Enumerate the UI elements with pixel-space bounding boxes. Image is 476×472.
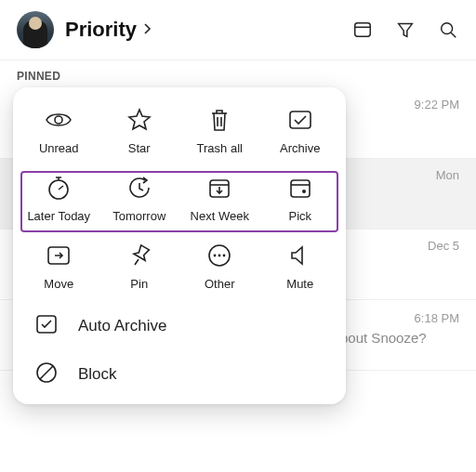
list-item-label: Block [78,365,117,384]
move-icon [46,244,72,270]
next-week-button[interactable]: Next Week [179,172,260,227]
action-label: Pin [130,277,148,291]
pick-button[interactable]: Pick [260,172,341,227]
action-label: Archive [280,141,320,155]
pin-icon [128,243,151,271]
calendar-dot-icon [288,176,312,203]
list-item-label: Auto Archive [78,317,166,335]
clock-forward-icon [126,175,152,204]
star-button[interactable]: Star [99,104,180,159]
action-label: Pick [288,209,311,223]
archive-header-icon[interactable] [351,19,374,41]
speaker-icon [288,243,312,271]
email-time: Dec 5 [428,239,459,253]
svg-point-11 [218,255,221,257]
stopwatch-icon [46,175,71,204]
action-label: Next Week [191,209,249,223]
auto-archive-icon [35,314,58,339]
star-icon [127,108,152,136]
archive-button[interactable]: Archive [260,104,341,159]
svg-point-12 [223,255,226,257]
svg-rect-3 [290,111,311,128]
folder-title-text: Priority [65,18,137,42]
action-label: Unread [39,141,79,155]
email-time: Mon [436,168,459,182]
svg-rect-6 [291,180,310,197]
action-label: Star [128,141,151,155]
tomorrow-button[interactable]: Tomorrow [99,172,180,227]
action-label: Later Today [27,209,90,223]
svg-rect-0 [355,23,371,37]
action-label: Mute [286,277,313,291]
later-today-button[interactable]: Later Today [19,172,99,227]
header-actions [351,19,459,41]
email-time: 6:18 PM [415,311,459,325]
svg-point-2 [55,116,62,124]
action-label: Other [205,277,235,291]
block-button[interactable]: Block [13,350,346,399]
folder-title[interactable]: Priority [65,18,153,42]
mute-button[interactable]: Mute [260,240,341,295]
pinned-section-label: PINNED [0,59,476,88]
trash-button[interactable]: Trash all [179,104,260,159]
chevron-right-icon [142,18,153,42]
auto-archive-button[interactable]: Auto Archive [13,302,346,350]
svg-point-10 [214,255,217,257]
trash-icon [208,107,231,137]
other-button[interactable]: Other [179,240,260,295]
action-popup: Unread Star Trash all Archive Later Toda [13,87,346,404]
svg-point-1 [442,23,453,34]
profile-avatar[interactable] [17,11,54,48]
calendar-down-icon [207,176,231,203]
action-label: Move [44,277,73,291]
filter-icon[interactable] [394,19,416,41]
pin-button[interactable]: Pin [99,240,180,295]
archive-icon [287,109,313,135]
action-label: Tomorrow [112,209,165,223]
action-grid: Unread Star Trash all Archive Later Toda [13,100,346,302]
svg-point-7 [302,190,306,193]
eye-icon [45,110,73,134]
move-button[interactable]: Move [19,240,99,295]
more-icon [207,243,231,271]
header: Priority [0,0,476,59]
action-label: Trash all [197,141,243,155]
block-icon [35,361,58,388]
email-time: 9:22 PM [415,98,459,111]
unread-button[interactable]: Unread [19,104,99,159]
search-icon[interactable] [437,19,459,41]
